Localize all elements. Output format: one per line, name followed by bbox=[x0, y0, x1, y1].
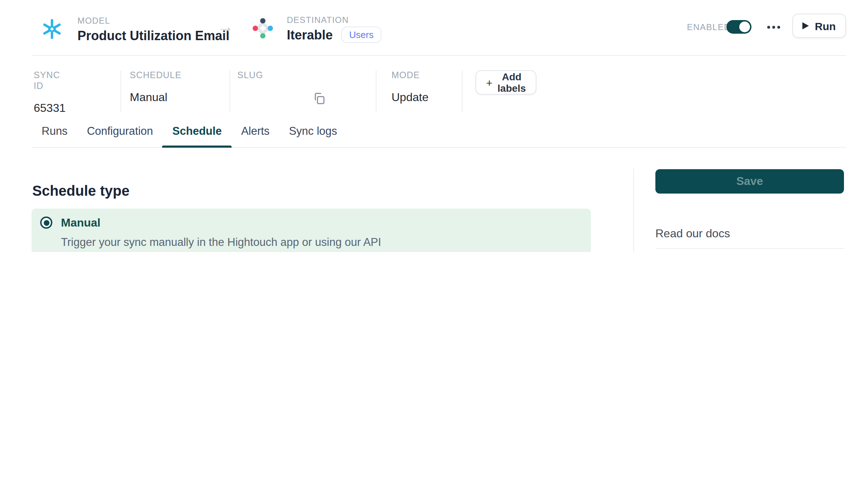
content-divider bbox=[633, 168, 634, 252]
tab-alerts[interactable]: Alerts bbox=[241, 115, 270, 147]
add-labels-button[interactable]: + Add labels bbox=[475, 70, 537, 95]
meta-slug: SLUG bbox=[237, 70, 374, 90]
model-entity: MODEL Product Utilization Email bbox=[41, 16, 229, 44]
meta-divider bbox=[120, 70, 121, 112]
tab-runs[interactable]: Runs bbox=[42, 115, 67, 147]
sync-tabs: Runs Configuration Schedule Alerts Sync … bbox=[32, 115, 846, 148]
option-description: Trigger your sync manually in the Highto… bbox=[61, 234, 591, 251]
tab-sync-logs[interactable]: Sync logs bbox=[289, 115, 337, 147]
model-name: Product Utilization Email bbox=[77, 27, 229, 44]
destination-label: DESTINATION bbox=[287, 15, 381, 25]
meta-divider bbox=[229, 70, 230, 112]
destination-entity: DESTINATION Iterable Users bbox=[251, 15, 381, 44]
destination-object-badge[interactable]: Users bbox=[341, 26, 381, 43]
docs-heading: Read our docs bbox=[655, 227, 844, 241]
toggle-knob bbox=[739, 22, 750, 32]
meta-mode: MODE Update bbox=[392, 70, 428, 105]
play-icon bbox=[803, 22, 809, 29]
tab-schedule[interactable]: Schedule bbox=[172, 115, 222, 147]
arrow-right-icon: → bbox=[217, 17, 234, 36]
meta-divider bbox=[462, 70, 462, 112]
sync-header: MODEL Product Utilization Email → DESTIN… bbox=[0, 0, 854, 55]
radio-manual[interactable] bbox=[40, 217, 52, 229]
model-label: MODEL bbox=[77, 16, 229, 26]
plus-icon: + bbox=[486, 77, 493, 88]
header-divider bbox=[32, 55, 846, 56]
iterable-icon bbox=[251, 16, 275, 43]
page-title: Schedule type bbox=[32, 183, 129, 200]
schedule-type-options: Manual Trigger your sync manually in the… bbox=[32, 209, 591, 252]
docs-divider bbox=[655, 248, 844, 249]
meta-schedule: SCHEDULE Manual bbox=[130, 70, 181, 105]
meta-sync-id: SYNC ID 65331 bbox=[34, 70, 66, 115]
meta-divider bbox=[376, 70, 376, 112]
destination-name: Iterable bbox=[287, 27, 333, 44]
more-menu-button[interactable] bbox=[764, 21, 783, 34]
save-button[interactable]: Save bbox=[655, 169, 844, 194]
run-button[interactable]: Run bbox=[792, 14, 846, 38]
enabled-toggle[interactable] bbox=[726, 20, 751, 34]
right-sidebar: Save Read our docs Not sure where to sta… bbox=[655, 169, 844, 252]
option-label: Manual bbox=[61, 215, 591, 230]
tab-configuration[interactable]: Configuration bbox=[87, 115, 153, 147]
sync-detail-page: MODEL Product Utilization Email → DESTIN… bbox=[0, 0, 854, 252]
schedule-option-manual[interactable]: Manual Trigger your sync manually in the… bbox=[32, 209, 591, 252]
copy-slug-button[interactable] bbox=[313, 92, 326, 108]
enabled-label: ENABLED bbox=[687, 22, 731, 32]
snowflake-icon bbox=[41, 18, 63, 43]
